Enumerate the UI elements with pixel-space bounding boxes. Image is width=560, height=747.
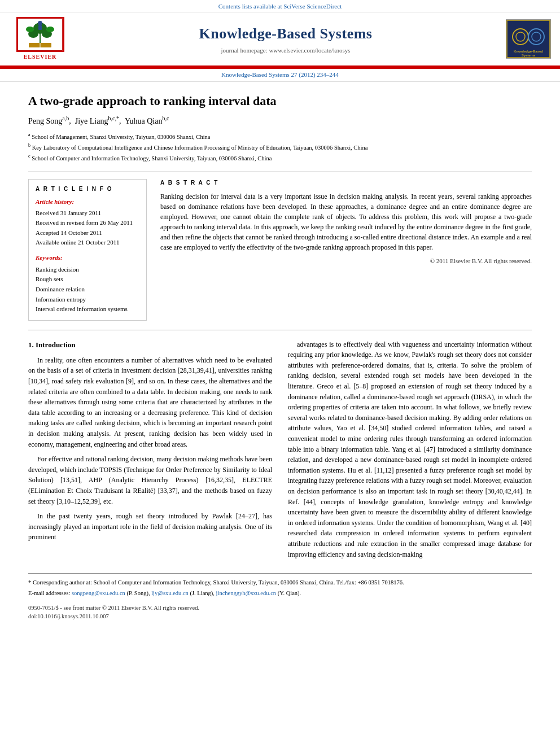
author1-name: Peng Song: [28, 117, 62, 125]
elsevier-logo: [16, 17, 64, 52]
svg-point-6: [26, 27, 34, 32]
keyword-3: Dominance relation: [36, 285, 139, 295]
affil-3: c School of Computer and Information Tec…: [28, 153, 532, 163]
svg-text:Knowledge-Based: Knowledge-Based: [514, 50, 543, 53]
keyword-4: Information entropy: [36, 295, 139, 305]
top-bar: Contents lists available at SciVerse Sci…: [0, 0, 560, 12]
footnotes: * Corresponding author at: School of Com…: [28, 573, 532, 621]
red-bar: [0, 65, 560, 68]
accepted-date: Accepted 14 October 2011: [36, 229, 139, 237]
author3-sup: b,c: [162, 115, 169, 121]
keywords-list: Ranking decision Rough sets Dominance re…: [36, 265, 139, 314]
section1-heading: 1. Introduction: [28, 339, 272, 351]
keywords-label: Keywords:: [36, 254, 139, 262]
article-info-title: A R T I C L E I N F O: [36, 185, 139, 193]
affil-2: b Key Laboratory of Computational Intell…: [28, 142, 532, 152]
brand-row: ELSEVIER Knowledge-Based Systems journal…: [0, 12, 560, 65]
author3-name: Yuhua Qian: [125, 117, 163, 125]
abstract-title: A B S T R A C T: [160, 179, 532, 187]
doi-bar: 0950-7051/$ - see front matter © 2011 El…: [28, 604, 532, 622]
divider-1: [28, 172, 532, 172]
body-section: 1. Introduction In reality, one often en…: [28, 339, 532, 564]
email-note: E-mail addresses: songpeng@sxu.edu.cn (P…: [28, 589, 532, 598]
body-para-r1: advantages is to effectively deal with v…: [288, 339, 532, 560]
email1-name: (P. Song),: [126, 590, 150, 596]
journal-homepage: journal homepage: www.elsevier.com/locat…: [71, 46, 500, 55]
svg-point-7: [46, 27, 54, 32]
author2-sup: b,c,*: [108, 115, 119, 121]
sciverse-link[interactable]: SciVerse ScienceDirect: [283, 3, 342, 10]
main-content: A two-grade approach to ranking interval…: [0, 82, 560, 632]
history-label: Article history:: [36, 198, 139, 206]
two-col-body: 1. Introduction In reality, one often en…: [28, 339, 532, 564]
available-date: Available online 21 October 2011: [36, 238, 139, 247]
info-abstract-section: A R T I C L E I N F O Article history: R…: [28, 179, 532, 320]
svg-rect-9: [38, 25, 42, 30]
author1-sup: a,b: [62, 115, 69, 121]
author2-name: Jiye Liang: [75, 117, 108, 125]
body-col-left: 1. Introduction In reality, one often en…: [28, 339, 272, 564]
affiliations: a School of Management, Shanxi Universit…: [28, 132, 532, 163]
body-para-2: For effective and rational ranking decis…: [28, 454, 272, 506]
journal-header: Contents lists available at SciVerse Sci…: [0, 0, 560, 69]
revised-date: Received in revised form 26 May 2011: [36, 219, 139, 227]
email1[interactable]: songpeng@sxu.edu.cn: [72, 590, 125, 596]
abstract-text: Ranking decision for interval data is a …: [160, 191, 532, 252]
article-info-col: A R T I C L E I N F O Article history: R…: [28, 179, 147, 320]
keyword-5: Interval ordered information systems: [36, 304, 139, 314]
email-label: E-mail addresses:: [28, 590, 70, 596]
email2[interactable]: ljy@sxu.edu.cn: [151, 590, 189, 596]
body-col-right: advantages is to effectively deal with v…: [288, 339, 532, 564]
authors-line: Peng Songa,b, Jiye Liangb,c,*, Yuhua Qia…: [28, 115, 532, 126]
kb-logo: Knowledge-Based Systems: [506, 19, 551, 59]
abstract-col: A B S T R A C T Ranking decision for int…: [160, 179, 532, 320]
journal-title: Knowledge-Based Systems: [71, 24, 500, 44]
elsevier-text: ELSEVIER: [24, 53, 57, 61]
doi-text: doi:10.1016/j.knosys.2011.10.007: [28, 613, 109, 619]
corresponding-note: * Corresponding author at: School of Com…: [28, 578, 532, 587]
top-bar-text: Contents lists available at: [218, 3, 283, 10]
affil-1: a School of Management, Shanxi Universit…: [28, 132, 532, 141]
article-title: A two-grade approach to ranking interval…: [28, 93, 532, 110]
email3[interactable]: jinchenggyh@sxu.edu.cn: [216, 590, 276, 596]
svg-point-8: [38, 21, 42, 25]
svg-text:Systems: Systems: [522, 54, 536, 57]
journal-title-center: Knowledge-Based Systems journal homepage…: [71, 24, 500, 55]
body-para-3: In the past twenty years, rough set theo…: [28, 511, 272, 543]
body-para-1: In reality, one often encounters a numbe…: [28, 355, 272, 449]
keyword-2: Rough sets: [36, 274, 139, 285]
kb-logo-container: Knowledge-Based Systems: [500, 19, 551, 59]
volume-info: Knowledge-Based Systems 27 (2012) 234–24…: [0, 69, 560, 81]
copyright: © 2011 Elsevier B.V. All rights reserved…: [160, 257, 532, 265]
email2-name: (J. Liang),: [190, 590, 215, 596]
email3-name: (Y. Qian).: [278, 590, 301, 596]
issn-text: 0950-7051/$ - see front matter © 2011 El…: [28, 605, 199, 611]
keyword-1: Ranking decision: [36, 265, 139, 275]
received-date: Received 31 January 2011: [36, 209, 139, 217]
divider-2: [28, 330, 532, 330]
elsevier-logo-container: ELSEVIER: [9, 17, 71, 61]
